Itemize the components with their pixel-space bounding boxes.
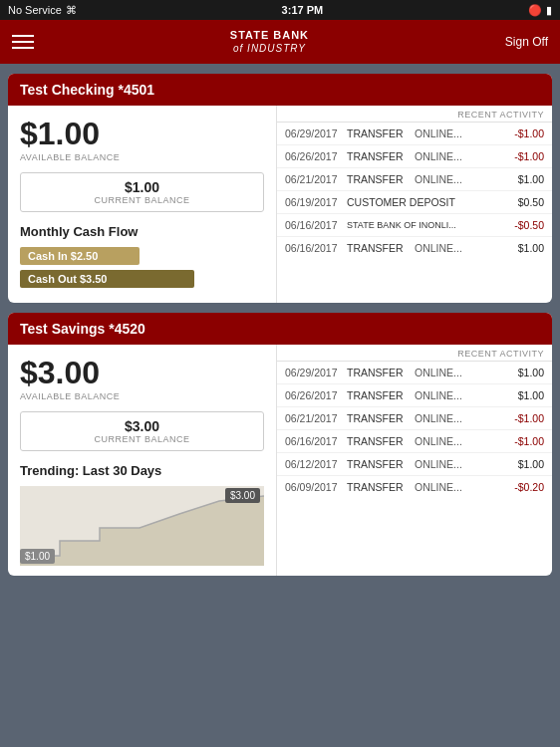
main-content: Test Checking *4501 $1.00 AVAILABLE BALA… [0,64,560,747]
tx-type: TRANSFER [347,458,415,470]
checking-current-amount: $1.00 [29,179,255,195]
tx-desc: ONLINE... [415,435,502,447]
savings-card-body: $3.00 AVAILABLE BALANCE $3.00 CURRENT BA… [8,345,552,576]
savings-current-amount: $3.00 [29,418,255,434]
tx-type: TRANSFER [347,127,415,139]
tx-desc: ONLINE... [415,173,502,185]
logo-line1: STATE BANK [230,29,309,42]
tx-date: 06/16/2017 [285,435,347,447]
table-row[interactable]: 06/21/2017 TRANSFER ONLINE... -$1.00 [277,407,552,430]
tx-amount: -$0.50 [502,219,544,231]
checking-current-label: CURRENT BALANCE [29,195,255,205]
table-row[interactable]: 06/19/2017 CUSTOMER DEPOSIT $0.50 [277,191,552,214]
tx-amount: -$1.00 [502,412,544,424]
no-service-text: No Service [8,4,62,16]
tx-date: 06/09/2017 [285,481,347,493]
table-row[interactable]: 06/16/2017 TRANSFER ONLINE... -$1.00 [277,430,552,453]
tx-date: 06/19/2017 [285,196,347,208]
tx-type: CUSTOMER DEPOSIT [347,196,466,208]
tx-date: 06/29/2017 [285,367,347,378]
savings-current-balance-box: $3.00 CURRENT BALANCE [20,411,264,451]
tx-date: 06/21/2017 [285,173,347,185]
cash-in-bar: Cash In $2.50 [20,247,140,265]
table-row[interactable]: 06/21/2017 TRANSFER ONLINE... $1.00 [277,168,552,191]
tx-desc: ONLINE... [415,412,502,424]
tx-date: 06/26/2017 [285,150,347,162]
savings-available-label: AVAILABLE BALANCE [20,391,264,401]
tx-desc: ONLINE... [415,458,502,470]
savings-account-card: Test Savings *4520 $3.00 AVAILABLE BALAN… [8,313,552,576]
tx-desc: ONLINE... [415,150,502,162]
tx-amount: -$0.20 [502,481,544,493]
tx-date: 06/29/2017 [285,127,347,139]
savings-title: Test Savings *4520 [20,321,145,337]
tx-desc: ONLINE... [415,481,502,493]
logo-line2: of INDUSTRY [230,43,309,55]
tx-type: TRANSFER [347,173,415,185]
tx-type: TRANSFER [347,367,415,378]
app-header: STATE BANK of INDUSTRY Sign Off [0,20,560,64]
sign-off-button[interactable]: Sign Off [505,35,548,49]
table-row[interactable]: 06/16/2017 TRANSFER ONLINE... $1.00 [277,237,552,259]
wifi-icon: ⌘ [66,4,77,17]
tx-date: 06/21/2017 [285,412,347,424]
trending-label-bottom: $1.00 [20,549,55,564]
table-row[interactable]: 06/26/2017 TRANSFER ONLINE... -$1.00 [277,145,552,168]
tx-desc: ONLINE... [415,367,502,378]
tx-amount: $1.00 [502,458,544,470]
cash-out-row: Cash Out $3.50 [20,270,264,288]
tx-type: TRANSFER [347,150,415,162]
status-bar: No Service ⌘ 3:17 PM 🔴 ▮ [0,0,560,20]
savings-left-panel: $3.00 AVAILABLE BALANCE $3.00 CURRENT BA… [8,345,277,576]
tx-date: 06/16/2017 [285,219,347,231]
tx-amount: -$1.00 [502,435,544,447]
tx-type: STATE BANK OF INONLI... [347,220,466,230]
tx-type: TRANSFER [347,389,415,401]
checking-title: Test Checking *4501 [20,82,154,98]
tx-amount: $1.00 [502,242,544,254]
checking-transactions: 06/29/2017 TRANSFER ONLINE... -$1.00 06/… [277,123,552,259]
savings-transactions: 06/29/2017 TRANSFER ONLINE... $1.00 06/2… [277,362,552,498]
tx-desc: ONLINE... [415,127,502,139]
cash-out-bar: Cash Out $3.50 [20,270,194,288]
tx-desc: ONLINE... [415,389,502,401]
menu-button[interactable] [12,35,34,49]
tx-date: 06/16/2017 [285,242,347,254]
table-row[interactable]: 06/16/2017 STATE BANK OF INONLI... -$0.5… [277,214,552,237]
tx-date: 06/26/2017 [285,389,347,401]
tx-type: TRANSFER [347,435,415,447]
checking-recent-activity-label: RECENT ACTIVITY [277,106,552,123]
savings-card-header[interactable]: Test Savings *4520 [8,313,552,345]
trending-chart: $3.00 $1.00 [20,486,264,566]
tx-type: TRANSFER [347,481,415,493]
bluetooth-icon: 🔴 [528,4,542,17]
table-row[interactable]: 06/29/2017 TRANSFER ONLINE... $1.00 [277,362,552,384]
table-row[interactable]: 06/12/2017 TRANSFER ONLINE... $1.00 [277,453,552,476]
tx-amount: $1.00 [502,367,544,378]
tx-date: 06/12/2017 [285,458,347,470]
checking-card-header[interactable]: Test Checking *4501 [8,74,552,106]
checking-left-panel: $1.00 AVAILABLE BALANCE $1.00 CURRENT BA… [8,106,277,303]
trending-title: Trending: Last 30 Days [20,463,264,478]
tx-type: TRANSFER [347,242,415,254]
app-logo: STATE BANK of INDUSTRY [230,29,309,54]
tx-amount: $1.00 [502,389,544,401]
tx-type: TRANSFER [347,412,415,424]
savings-right-panel: RECENT ACTIVITY 06/29/2017 TRANSFER ONLI… [277,345,552,576]
table-row[interactable]: 06/09/2017 TRANSFER ONLINE... -$0.20 [277,476,552,498]
trending-label-top: $3.00 [225,488,260,503]
table-row[interactable]: 06/29/2017 TRANSFER ONLINE... -$1.00 [277,123,552,145]
cash-flow-title: Monthly Cash Flow [20,224,264,239]
status-bar-right: 🔴 ▮ [528,4,552,17]
checking-right-panel: RECENT ACTIVITY 06/29/2017 TRANSFER ONLI… [277,106,552,303]
tx-amount: $0.50 [502,196,544,208]
checking-card-body: $1.00 AVAILABLE BALANCE $1.00 CURRENT BA… [8,106,552,303]
battery-icon: ▮ [546,4,552,17]
table-row[interactable]: 06/26/2017 TRANSFER ONLINE... $1.00 [277,384,552,407]
savings-available-amount: $3.00 [20,355,264,391]
savings-recent-activity-label: RECENT ACTIVITY [277,345,552,362]
status-bar-left: No Service ⌘ [8,4,77,17]
status-bar-time: 3:17 PM [282,4,324,16]
savings-current-label: CURRENT BALANCE [29,434,255,444]
checking-available-amount: $1.00 [20,116,264,152]
